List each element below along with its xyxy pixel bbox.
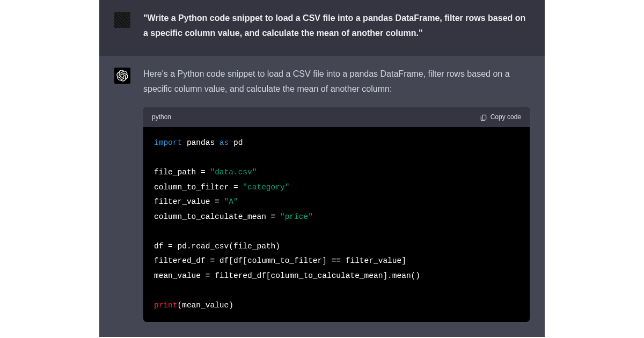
assistant-intro-text: Here's a Python code snippet to load a C… xyxy=(143,69,510,93)
clipboard-icon xyxy=(480,114,487,121)
assistant-message-content: Here's a Python code snippet to load a C… xyxy=(143,67,530,322)
chat-container: "Write a Python code snippet to load a C… xyxy=(99,0,545,338)
openai-logo-icon xyxy=(116,70,128,82)
svg-rect-0 xyxy=(482,115,486,120)
assistant-avatar xyxy=(114,68,130,84)
assistant-message: Here's a Python code snippet to load a C… xyxy=(99,56,545,337)
code-body[interactable]: import pandas as pd file_path = "data.cs… xyxy=(143,127,530,322)
user-prompt-text: "Write a Python code snippet to load a C… xyxy=(143,13,525,38)
copy-code-button[interactable]: Copy code xyxy=(480,112,521,123)
code-block: python Copy code import pandas as pd fil… xyxy=(143,107,530,322)
code-block-header: python Copy code xyxy=(143,107,530,127)
user-avatar xyxy=(114,12,130,28)
code-language-label: python xyxy=(152,112,171,123)
user-message-content: "Write a Python code snippet to load a C… xyxy=(143,11,530,41)
user-message: "Write a Python code snippet to load a C… xyxy=(99,0,545,56)
copy-code-label: Copy code xyxy=(491,112,521,123)
